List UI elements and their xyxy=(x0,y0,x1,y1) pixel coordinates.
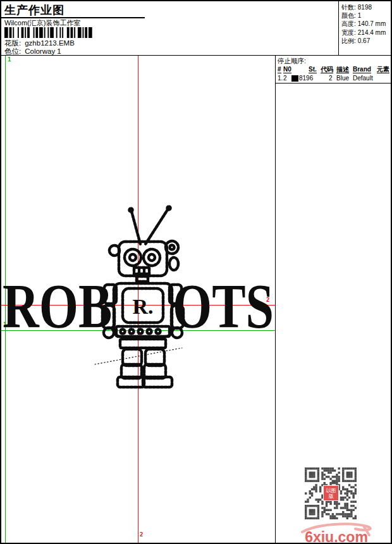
thread-color-swatch xyxy=(291,75,298,82)
row-brand: Default xyxy=(353,75,373,82)
width-value: 214.4 mm xyxy=(358,29,386,36)
barcode-icon xyxy=(4,27,99,38)
robot-chest-letter: R. xyxy=(132,295,153,318)
stitches-row: 针数:8198 xyxy=(341,3,391,11)
pattern-label: 花版: xyxy=(4,39,21,47)
colors-value: 1 xyxy=(358,12,362,19)
stitches-value: 8198 xyxy=(358,4,372,11)
header: 生产作业图 Wilcom(汇京)装饰工作室 花版:gzhb1213.EMB 色位… xyxy=(1,1,391,56)
table-divider xyxy=(276,83,391,83)
col-needle: N0 xyxy=(283,66,291,73)
design-stats-panel: 针数:8198 颜色:1 高度:140.7 mm 宽度:214.4 mm 比例:… xyxy=(338,1,391,55)
row-num: 1. xyxy=(278,75,283,82)
scale-label: 比例: xyxy=(341,37,356,44)
stop-sequence-header: # N0 St. 代码 描述 Brand 元素 xyxy=(276,66,391,74)
scale-value: 0.67 xyxy=(358,37,370,44)
end-marker-bottom: 2 xyxy=(140,532,143,538)
col-brand: Brand xyxy=(353,66,371,73)
col-hash: # xyxy=(278,66,281,73)
width-row: 宽度:214.4 mm xyxy=(341,28,391,37)
watermark: 6xiu.com xyxy=(298,521,374,544)
start-marker-top: 1 xyxy=(8,57,11,63)
height-row: 高度:140.7 mm xyxy=(341,20,391,28)
row-stitches: 8196 xyxy=(299,75,313,82)
colorway-value: Colorway 1 xyxy=(25,47,61,55)
colors-label: 颜色: xyxy=(341,12,356,19)
qr-center-logo: 以图版 xyxy=(323,485,339,501)
height-label: 高度: xyxy=(341,20,356,27)
company-name: Wilcom(汇京)装饰工作室 xyxy=(4,18,80,28)
row-description: Blue xyxy=(336,75,349,82)
stop-sequence-title: 停止顺序: xyxy=(278,57,306,66)
col-code: 代码 xyxy=(321,66,333,73)
col-description: 描述 xyxy=(336,66,349,73)
col-element: 元素 xyxy=(377,66,389,73)
colorway-label: 色位: xyxy=(4,47,21,55)
stop-sequence-panel: 停止顺序: # N0 St. 代码 描述 Brand 元素 1. 2 8196 … xyxy=(275,56,391,543)
stop-sequence-row: 1. 2 8196 2 Blue Default xyxy=(276,75,391,83)
row-code: 2 xyxy=(329,75,333,82)
production-worksheet: 生产作业图 Wilcom(汇京)装饰工作室 花版:gzhb1213.EMB 色位… xyxy=(0,0,392,544)
design-canvas: 1 1 2 2 ROB OTS xyxy=(1,56,275,543)
scale-row: 比例:0.67 xyxy=(341,37,391,45)
page-title: 生产作业图 xyxy=(4,3,64,18)
pattern-value: gzhb1213.EMB xyxy=(25,39,75,47)
width-label: 宽度: xyxy=(341,29,356,36)
watermark-text: 6xiu.com xyxy=(298,529,374,544)
col-stitches: St. xyxy=(309,66,317,73)
stitches-label: 针数: xyxy=(341,4,356,11)
row-needle: 2 xyxy=(283,75,287,82)
robot-design-graphic: R. xyxy=(94,205,202,390)
height-value: 140.7 mm xyxy=(358,20,386,27)
colors-row: 颜色:1 xyxy=(341,11,391,20)
colorway-row: 色位:Colorway 1 xyxy=(4,47,61,56)
